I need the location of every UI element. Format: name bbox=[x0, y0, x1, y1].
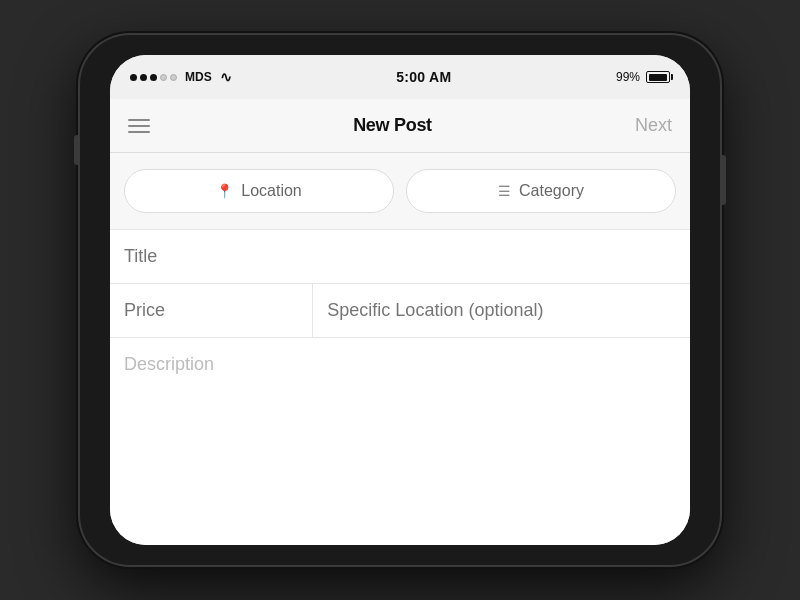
category-icon: ☰ bbox=[498, 183, 511, 199]
battery-body bbox=[646, 71, 670, 83]
location-button[interactable]: 📍 Location bbox=[124, 169, 394, 213]
filter-buttons-row: 📍 Location ☰ Category bbox=[110, 153, 690, 230]
carrier-label: MDS bbox=[185, 70, 212, 84]
next-button[interactable]: Next bbox=[635, 115, 672, 136]
battery-icon bbox=[646, 71, 670, 83]
content-area: 📍 Location ☰ Category bbox=[110, 153, 690, 545]
battery-percentage: 99% bbox=[616, 70, 640, 84]
signal-dot-3 bbox=[150, 74, 157, 81]
menu-button[interactable] bbox=[128, 119, 150, 133]
phone-frame: MDS ∿ 5:00 AM 99% New Post Next bbox=[80, 35, 720, 565]
battery-fill bbox=[649, 74, 667, 81]
signal-dot-5 bbox=[170, 74, 177, 81]
status-right: 99% bbox=[616, 70, 670, 84]
description-field[interactable]: Description bbox=[110, 338, 690, 545]
title-input[interactable] bbox=[124, 246, 676, 267]
page-title: New Post bbox=[353, 115, 432, 136]
description-label: Description bbox=[124, 354, 214, 374]
status-left: MDS ∿ bbox=[130, 69, 232, 85]
status-time: 5:00 AM bbox=[396, 69, 451, 85]
specific-location-input[interactable] bbox=[327, 300, 676, 321]
specific-location-field[interactable] bbox=[313, 284, 690, 337]
title-field[interactable] bbox=[110, 230, 690, 284]
wifi-icon: ∿ bbox=[220, 69, 232, 85]
form-section: Description bbox=[110, 230, 690, 545]
price-input[interactable] bbox=[124, 300, 298, 321]
menu-line-1 bbox=[128, 119, 150, 121]
price-location-row bbox=[110, 284, 690, 338]
signal-dot-1 bbox=[130, 74, 137, 81]
nav-bar: New Post Next bbox=[110, 99, 690, 153]
signal-dot-2 bbox=[140, 74, 147, 81]
phone-screen: MDS ∿ 5:00 AM 99% New Post Next bbox=[110, 55, 690, 545]
location-button-label: Location bbox=[241, 182, 302, 200]
price-field[interactable] bbox=[110, 284, 313, 337]
location-pin-icon: 📍 bbox=[216, 183, 233, 199]
signal-dot-4 bbox=[160, 74, 167, 81]
menu-line-2 bbox=[128, 125, 150, 127]
status-bar: MDS ∿ 5:00 AM 99% bbox=[110, 55, 690, 99]
signal-dots bbox=[130, 74, 177, 81]
category-button-label: Category bbox=[519, 182, 584, 200]
category-button[interactable]: ☰ Category bbox=[406, 169, 676, 213]
menu-line-3 bbox=[128, 131, 150, 133]
